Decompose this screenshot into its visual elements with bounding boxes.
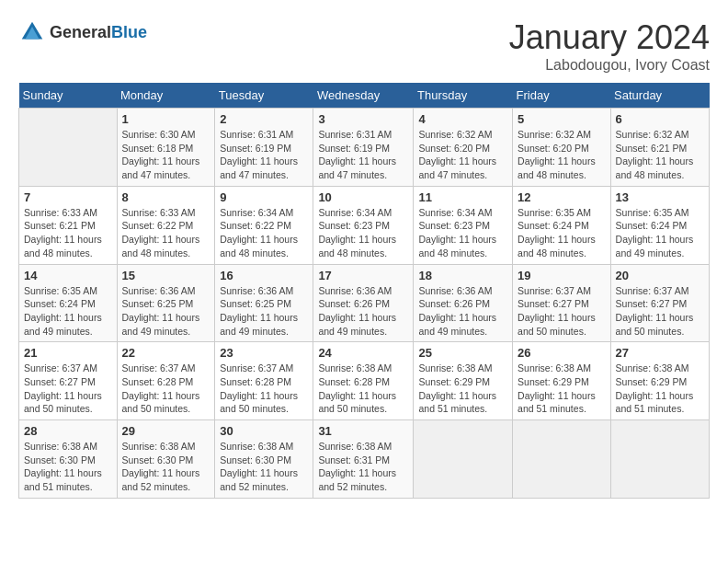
title-block: January 2024 Labodougou, Ivory Coast — [509, 18, 710, 74]
calendar-cell: 11Sunrise: 6:34 AMSunset: 6:23 PMDayligh… — [414, 186, 513, 264]
cell-info: Sunrise: 6:35 AMSunset: 6:24 PMDaylight:… — [518, 206, 606, 260]
calendar-cell: 31Sunrise: 6:38 AMSunset: 6:31 PMDayligh… — [313, 420, 414, 499]
day-header-tuesday: Tuesday — [215, 83, 313, 109]
calendar-cell — [19, 109, 118, 187]
day-number: 6 — [616, 112, 704, 126]
cell-info: Sunrise: 6:32 AMSunset: 6:20 PMDaylight:… — [418, 128, 507, 182]
cell-info: Sunrise: 6:35 AMSunset: 6:24 PMDaylight:… — [616, 206, 704, 260]
day-number: 14 — [24, 269, 112, 282]
calendar-cell — [414, 420, 513, 499]
calendar-header: SundayMondayTuesdayWednesdayThursdayFrid… — [19, 83, 710, 109]
day-number: 29 — [122, 424, 210, 438]
day-number: 21 — [24, 346, 112, 360]
day-number: 7 — [24, 190, 112, 204]
cell-info: Sunrise: 6:32 AMSunset: 6:20 PMDaylight:… — [518, 128, 606, 182]
cell-info: Sunrise: 6:36 AMSunset: 6:25 PMDaylight:… — [122, 284, 210, 339]
day-number: 17 — [318, 269, 408, 282]
day-number: 4 — [418, 112, 507, 126]
day-header-sunday: Sunday — [19, 83, 118, 109]
page-header: GeneralBlue January 2024 Labodougou, Ivo… — [18, 18, 710, 74]
calendar-cell: 22Sunrise: 6:37 AMSunset: 6:28 PMDayligh… — [117, 342, 215, 420]
day-number: 19 — [518, 269, 606, 282]
calendar-cell: 8Sunrise: 6:33 AMSunset: 6:22 PMDaylight… — [117, 186, 215, 264]
cell-info: Sunrise: 6:36 AMSunset: 6:26 PMDaylight:… — [318, 284, 408, 339]
calendar-cell: 13Sunrise: 6:35 AMSunset: 6:24 PMDayligh… — [610, 186, 709, 264]
calendar-cell: 26Sunrise: 6:38 AMSunset: 6:29 PMDayligh… — [513, 342, 611, 420]
day-number: 3 — [318, 112, 408, 126]
day-number: 30 — [220, 424, 308, 438]
calendar-cell: 14Sunrise: 6:35 AMSunset: 6:24 PMDayligh… — [19, 264, 118, 342]
day-header-friday: Friday — [513, 83, 611, 109]
day-number: 22 — [122, 346, 210, 360]
cell-info: Sunrise: 6:38 AMSunset: 6:29 PMDaylight:… — [518, 362, 606, 416]
calendar-cell — [610, 420, 709, 499]
day-number: 28 — [24, 424, 112, 438]
day-header-wednesday: Wednesday — [313, 83, 414, 109]
calendar-cell: 10Sunrise: 6:34 AMSunset: 6:23 PMDayligh… — [313, 186, 414, 264]
cell-info: Sunrise: 6:38 AMSunset: 6:29 PMDaylight:… — [418, 362, 507, 416]
cell-info: Sunrise: 6:34 AMSunset: 6:22 PMDaylight:… — [220, 206, 308, 260]
cell-info: Sunrise: 6:31 AMSunset: 6:19 PMDaylight:… — [318, 128, 408, 182]
day-number: 8 — [122, 190, 210, 204]
day-number: 10 — [318, 190, 408, 204]
cell-info: Sunrise: 6:30 AMSunset: 6:18 PMDaylight:… — [122, 128, 210, 182]
calendar-cell: 9Sunrise: 6:34 AMSunset: 6:22 PMDaylight… — [215, 186, 313, 264]
day-number: 25 — [418, 346, 507, 360]
cell-info: Sunrise: 6:38 AMSunset: 6:31 PMDaylight:… — [318, 440, 408, 494]
cell-info: Sunrise: 6:36 AMSunset: 6:25 PMDaylight:… — [220, 284, 308, 339]
cell-info: Sunrise: 6:37 AMSunset: 6:28 PMDaylight:… — [220, 362, 308, 416]
day-number: 15 — [122, 269, 210, 282]
cell-info: Sunrise: 6:38 AMSunset: 6:30 PMDaylight:… — [122, 440, 210, 494]
calendar-week-4: 21Sunrise: 6:37 AMSunset: 6:27 PMDayligh… — [19, 342, 710, 420]
day-number: 1 — [122, 112, 210, 126]
day-number: 18 — [418, 269, 507, 282]
cell-info: Sunrise: 6:32 AMSunset: 6:21 PMDaylight:… — [616, 128, 704, 182]
calendar-cell: 2Sunrise: 6:31 AMSunset: 6:19 PMDaylight… — [215, 109, 313, 187]
main-title: January 2024 — [509, 18, 710, 57]
cell-info: Sunrise: 6:37 AMSunset: 6:28 PMDaylight:… — [122, 362, 210, 416]
calendar-body: 1Sunrise: 6:30 AMSunset: 6:18 PMDaylight… — [19, 109, 710, 499]
day-number: 5 — [518, 112, 606, 126]
calendar-cell: 5Sunrise: 6:32 AMSunset: 6:20 PMDaylight… — [513, 109, 611, 187]
cell-info: Sunrise: 6:34 AMSunset: 6:23 PMDaylight:… — [318, 206, 408, 260]
day-header-monday: Monday — [117, 83, 215, 109]
calendar-cell: 28Sunrise: 6:38 AMSunset: 6:30 PMDayligh… — [19, 420, 118, 499]
cell-info: Sunrise: 6:35 AMSunset: 6:24 PMDaylight:… — [24, 284, 112, 339]
cell-info: Sunrise: 6:38 AMSunset: 6:30 PMDaylight:… — [24, 440, 112, 494]
cell-info: Sunrise: 6:37 AMSunset: 6:27 PMDaylight:… — [24, 362, 112, 416]
cell-info: Sunrise: 6:37 AMSunset: 6:27 PMDaylight:… — [616, 284, 704, 339]
day-number: 26 — [518, 346, 606, 360]
calendar-cell: 1Sunrise: 6:30 AMSunset: 6:18 PMDaylight… — [117, 109, 215, 187]
calendar-week-3: 14Sunrise: 6:35 AMSunset: 6:24 PMDayligh… — [19, 264, 710, 342]
calendar-cell: 19Sunrise: 6:37 AMSunset: 6:27 PMDayligh… — [513, 264, 611, 342]
calendar-cell: 21Sunrise: 6:37 AMSunset: 6:27 PMDayligh… — [19, 342, 118, 420]
calendar-cell: 24Sunrise: 6:38 AMSunset: 6:28 PMDayligh… — [313, 342, 414, 420]
day-number: 24 — [318, 346, 408, 360]
day-number: 27 — [616, 346, 704, 360]
calendar-cell: 7Sunrise: 6:33 AMSunset: 6:21 PMDaylight… — [19, 186, 118, 264]
calendar-cell: 18Sunrise: 6:36 AMSunset: 6:26 PMDayligh… — [414, 264, 513, 342]
day-number: 2 — [220, 112, 308, 126]
calendar-cell: 29Sunrise: 6:38 AMSunset: 6:30 PMDayligh… — [117, 420, 215, 499]
calendar-cell: 3Sunrise: 6:31 AMSunset: 6:19 PMDaylight… — [313, 109, 414, 187]
calendar-cell — [513, 420, 611, 499]
day-headers-row: SundayMondayTuesdayWednesdayThursdayFrid… — [19, 83, 710, 109]
cell-info: Sunrise: 6:37 AMSunset: 6:27 PMDaylight:… — [518, 284, 606, 339]
logo-icon — [18, 18, 46, 46]
calendar-table: SundayMondayTuesdayWednesdayThursdayFrid… — [18, 83, 710, 499]
cell-info: Sunrise: 6:34 AMSunset: 6:23 PMDaylight:… — [418, 206, 507, 260]
cell-info: Sunrise: 6:38 AMSunset: 6:30 PMDaylight:… — [220, 440, 308, 494]
logo-text: GeneralBlue — [50, 23, 147, 42]
day-number: 20 — [616, 269, 704, 282]
calendar-cell: 20Sunrise: 6:37 AMSunset: 6:27 PMDayligh… — [610, 264, 709, 342]
logo-general: General — [50, 23, 111, 41]
calendar-cell: 27Sunrise: 6:38 AMSunset: 6:29 PMDayligh… — [610, 342, 709, 420]
logo-blue: Blue — [111, 23, 147, 41]
day-number: 31 — [318, 424, 408, 438]
calendar-cell: 16Sunrise: 6:36 AMSunset: 6:25 PMDayligh… — [215, 264, 313, 342]
day-header-thursday: Thursday — [414, 83, 513, 109]
day-header-saturday: Saturday — [610, 83, 709, 109]
calendar-week-5: 28Sunrise: 6:38 AMSunset: 6:30 PMDayligh… — [19, 420, 710, 499]
day-number: 16 — [220, 269, 308, 282]
cell-info: Sunrise: 6:33 AMSunset: 6:21 PMDaylight:… — [24, 206, 112, 260]
